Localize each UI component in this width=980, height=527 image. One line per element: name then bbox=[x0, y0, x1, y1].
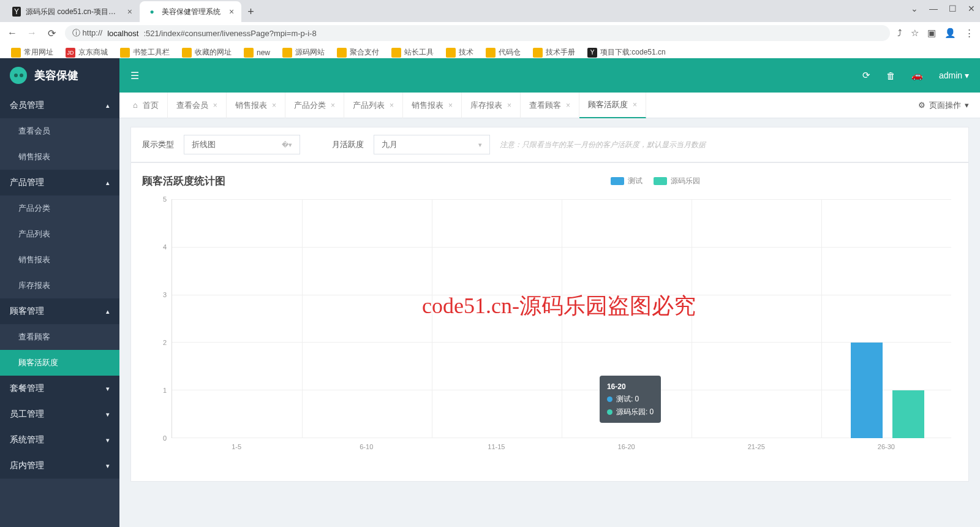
share-icon[interactable]: ⤴ bbox=[897, 28, 902, 39]
window-maximize-icon[interactable]: ☐ bbox=[949, 4, 957, 13]
tooltip-title: 16-20 bbox=[607, 381, 654, 393]
sidebar-group[interactable]: 店内管理▾ bbox=[0, 453, 119, 479]
content: 展示类型 折线图 �▾ 月活跃度 九月 ▾ 注意：只限看当年的某一月份的客户活跃… bbox=[119, 118, 980, 527]
bookmark-item[interactable]: 收藏的网址 bbox=[177, 45, 236, 59]
tab-label: 查看会员 bbox=[176, 100, 208, 111]
bookmark-item[interactable]: new bbox=[239, 46, 275, 59]
page-tab[interactable]: 销售报表× bbox=[227, 93, 285, 118]
chevron-down-icon: ▾ bbox=[965, 100, 969, 110]
bookmark-item[interactable]: Y项目下载:code51.cn bbox=[582, 45, 671, 59]
bookmark-item[interactable]: 源码网站 bbox=[277, 45, 330, 59]
bookmark-icon bbox=[282, 48, 292, 58]
y-axis: 012345 bbox=[154, 199, 167, 438]
close-icon[interactable]: × bbox=[448, 101, 453, 110]
url-rest: :521/index#consumer/livenessPage?mpi=m-p… bbox=[143, 29, 316, 38]
url-host: localhost bbox=[107, 29, 138, 38]
sidebar-item[interactable]: 查看顾客 bbox=[0, 324, 119, 350]
page-tab[interactable]: 查看会员× bbox=[168, 93, 227, 118]
chart-title: 顾客活跃度统计图 bbox=[142, 174, 225, 188]
window-minimize-icon[interactable]: — bbox=[929, 4, 938, 13]
bookmark-icon: Y bbox=[587, 48, 597, 58]
page-tab[interactable]: 库存报表× bbox=[462, 93, 521, 118]
tab-label: 顾客活跃度 bbox=[588, 99, 628, 110]
sidebar-group[interactable]: 套餐管理▾ bbox=[0, 376, 119, 401]
new-tab-button[interactable]: + bbox=[241, 2, 260, 22]
x-axis: 1-56-1011-1516-2021-2526-30 bbox=[172, 443, 951, 455]
address-bar[interactable]: ⓘ http:// localhost :521/index#consumer/… bbox=[65, 25, 890, 41]
chart-area: 012345 1-56-1011-1516-2021-2526-30 16-20… bbox=[160, 199, 957, 463]
close-icon[interactable]: × bbox=[127, 7, 132, 17]
favicon-icon: Y bbox=[12, 7, 21, 17]
bar[interactable] bbox=[851, 343, 883, 438]
legend-item[interactable]: 源码乐园 bbox=[654, 176, 700, 186]
bookmark-item[interactable]: 站长工具 bbox=[386, 45, 439, 59]
sidebar-item[interactable]: 产品分类 bbox=[0, 195, 119, 221]
sidebar-toggle-icon[interactable]: ☰ bbox=[130, 70, 139, 82]
user-menu[interactable]: admin ▾ bbox=[939, 70, 969, 80]
chart-legend: 测试源码乐园 bbox=[611, 176, 700, 186]
forward-icon[interactable]: → bbox=[26, 28, 38, 39]
url-scheme: ⓘ http:// bbox=[72, 28, 102, 39]
filter-hint: 注意：只限看当年的某一月份的客户活跃度，默认显示当月数据 bbox=[500, 140, 706, 150]
sidebar-group[interactable]: 系统管理▾ bbox=[0, 427, 119, 453]
sidebar-group[interactable]: 产品管理▴ bbox=[0, 170, 119, 195]
page-tab[interactable]: 顾客活跃度× bbox=[579, 93, 646, 118]
close-icon[interactable]: × bbox=[633, 100, 637, 109]
bookmark-label: 京东商城 bbox=[78, 47, 108, 58]
legend-label: 源码乐园 bbox=[671, 176, 700, 186]
close-icon[interactable]: × bbox=[507, 101, 511, 110]
star-icon[interactable]: ☆ bbox=[911, 28, 919, 39]
browser-tab[interactable]: Y 源码乐园 code51.cn-项目论文化 × bbox=[5, 1, 140, 22]
page-tab[interactable]: 产品分类× bbox=[285, 93, 344, 118]
x-tick: 21-25 bbox=[748, 443, 765, 450]
tab-home[interactable]: ⌂ 首页 bbox=[124, 93, 168, 118]
sidebar-group[interactable]: 会员管理▴ bbox=[0, 93, 119, 118]
profile-icon[interactable]: 👤 bbox=[944, 28, 956, 39]
close-icon[interactable]: × bbox=[229, 7, 234, 17]
bookmark-item[interactable]: 聚合支付 bbox=[332, 45, 384, 59]
bookmark-item[interactable]: 代码仓 bbox=[481, 45, 526, 59]
page-tab[interactable]: 产品列表× bbox=[344, 93, 403, 118]
topbar: ☰ ⟳ 🗑 🚗 admin ▾ bbox=[119, 58, 980, 93]
y-tick: 4 bbox=[163, 243, 167, 251]
page-operations[interactable]: ⚙ 页面操作 ▾ bbox=[918, 100, 975, 111]
reload-icon[interactable]: ⟳ bbox=[45, 28, 58, 39]
menu-icon[interactable]: ⋮ bbox=[965, 28, 974, 39]
window-close-icon[interactable]: ✕ bbox=[968, 4, 975, 13]
sidebar-item[interactable]: 库存报表 bbox=[0, 273, 119, 298]
sidebar-item[interactable]: 查看会员 bbox=[0, 118, 119, 144]
bar[interactable] bbox=[892, 390, 924, 438]
back-icon[interactable]: ← bbox=[6, 28, 18, 39]
close-icon[interactable]: × bbox=[213, 101, 217, 110]
page-tab-bar: ⌂ 首页 查看会员×销售报表×产品分类×产品列表×销售报表×库存报表×查看顾客×… bbox=[119, 93, 980, 118]
sidebar-item[interactable]: 销售报表 bbox=[0, 247, 119, 273]
filter-type-label: 展示类型 bbox=[142, 139, 174, 150]
chart-type-select[interactable]: 折线图 �▾ bbox=[184, 135, 300, 154]
page-tab[interactable]: 销售报表× bbox=[403, 93, 462, 118]
window-dropdown-icon[interactable]: ⌄ bbox=[911, 4, 918, 13]
sidebar-item[interactable]: 销售报表 bbox=[0, 144, 119, 170]
close-icon[interactable]: × bbox=[331, 101, 335, 110]
bookmark-item[interactable]: 常用网址 bbox=[6, 45, 58, 59]
sidebar-group[interactable]: 顾客管理▴ bbox=[0, 298, 119, 324]
close-icon[interactable]: × bbox=[390, 101, 394, 110]
close-icon[interactable]: × bbox=[272, 101, 276, 110]
bookmark-item[interactable]: 技术 bbox=[441, 45, 478, 59]
bookmark-item[interactable]: JD京东商城 bbox=[61, 45, 113, 59]
close-icon[interactable]: × bbox=[566, 101, 570, 110]
trash-icon[interactable]: 🗑 bbox=[886, 70, 895, 81]
month-select[interactable]: 九月 ▾ bbox=[374, 135, 490, 154]
dashboard-icon[interactable]: 🚗 bbox=[911, 70, 923, 81]
browser-tab[interactable]: ● 美容保健管理系统 × bbox=[140, 1, 241, 22]
legend-item[interactable]: 测试 bbox=[611, 176, 643, 186]
extensions-icon[interactable]: ▣ bbox=[927, 28, 936, 39]
bookmark-item[interactable]: 技术手册 bbox=[528, 45, 580, 59]
sidebar-item[interactable]: 产品列表 bbox=[0, 221, 119, 247]
main: ☰ ⟳ 🗑 🚗 admin ▾ ⌂ 首页 查看会员×销售报表×产品分类×产品列表… bbox=[119, 58, 980, 527]
y-tick: 1 bbox=[163, 387, 167, 394]
sidebar-item[interactable]: 顾客活跃度 bbox=[0, 350, 119, 376]
refresh-icon[interactable]: ⟳ bbox=[862, 70, 870, 81]
bookmark-item[interactable]: 书签工具栏 bbox=[115, 45, 175, 59]
page-tab[interactable]: 查看顾客× bbox=[521, 93, 579, 118]
sidebar-group[interactable]: 员工管理▾ bbox=[0, 401, 119, 427]
